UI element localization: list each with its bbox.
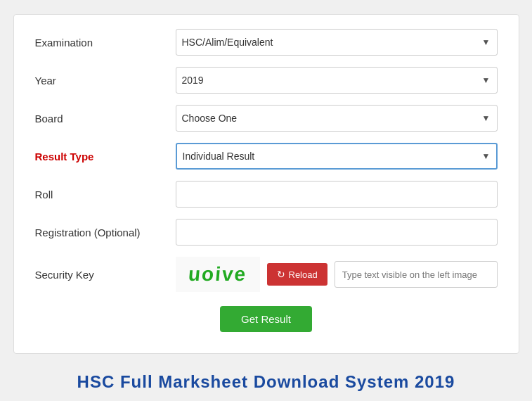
registration-input[interactable] bbox=[176, 219, 498, 246]
examination-select[interactable]: HSC/Alim/Equivalent SSC/Dakhil/Equivalen… bbox=[176, 29, 498, 56]
year-row: Year 2019 2018 2017 2016 ▼ bbox=[35, 67, 498, 94]
refresh-icon: ↻ bbox=[277, 269, 285, 280]
main-form: Examination HSC/Alim/Equivalent SSC/Dakh… bbox=[13, 14, 519, 354]
security-key-label: Security Key bbox=[35, 269, 176, 281]
reload-label: Reload bbox=[289, 269, 318, 280]
roll-label: Roll bbox=[35, 189, 176, 200]
roll-row: Roll bbox=[35, 181, 498, 208]
year-label: Year bbox=[35, 75, 176, 87]
year-select[interactable]: 2019 2018 2017 2016 bbox=[176, 67, 498, 94]
footer-title: HSC Full Marksheet Download System 2019 bbox=[77, 372, 455, 392]
registration-label: Registration (Optional) bbox=[35, 227, 176, 238]
registration-row: Registration (Optional) bbox=[35, 219, 498, 246]
captcha-input[interactable] bbox=[335, 261, 498, 288]
examination-label: Examination bbox=[35, 37, 176, 49]
get-result-label: Get Result bbox=[241, 313, 291, 325]
reload-button[interactable]: ↻ Reload bbox=[267, 263, 327, 286]
security-key-row: Security Key uoive ↻ Reload bbox=[35, 257, 498, 292]
roll-input[interactable] bbox=[176, 181, 498, 208]
examination-select-wrapper: HSC/Alim/Equivalent SSC/Dakhil/Equivalen… bbox=[176, 29, 498, 56]
result-type-label: Result Type bbox=[35, 151, 176, 163]
board-label: Board bbox=[35, 113, 176, 125]
get-result-button[interactable]: Get Result bbox=[220, 306, 312, 332]
result-type-row: Result Type Individual Result Institutio… bbox=[35, 143, 498, 170]
result-type-select[interactable]: Individual Result Institution Result bbox=[176, 143, 498, 170]
captcha-text: uoive bbox=[188, 263, 248, 286]
captcha-image: uoive bbox=[176, 257, 260, 292]
examination-row: Examination HSC/Alim/Equivalent SSC/Dakh… bbox=[35, 29, 498, 56]
result-type-select-wrapper: Individual Result Institution Result ▼ bbox=[176, 143, 498, 170]
board-row: Board Choose One Dhaka Chittagong Rajsha… bbox=[35, 105, 498, 132]
board-select-wrapper: Choose One Dhaka Chittagong Rajshahi ▼ bbox=[176, 105, 498, 132]
board-select[interactable]: Choose One Dhaka Chittagong Rajshahi bbox=[176, 105, 498, 132]
get-result-row: Get Result bbox=[35, 306, 498, 332]
year-select-wrapper: 2019 2018 2017 2016 ▼ bbox=[176, 67, 498, 94]
